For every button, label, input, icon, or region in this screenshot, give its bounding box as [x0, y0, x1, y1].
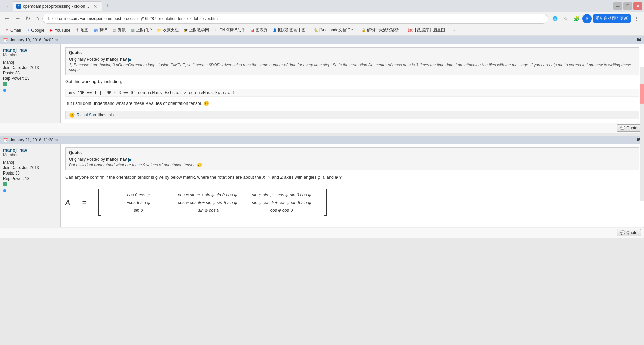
matrix-display: A = cos θ cos ψ cos φ sin ψ + sin [65, 187, 639, 217]
post-5-user-sidebar: manoj_nav Member Manoj Join Date: Jun 20… [0, 144, 61, 228]
post-5-quote-author: manoj_nav [106, 157, 127, 161]
post-5-originally-posted: Originally Posted by [69, 157, 105, 161]
scrollbar-thumb[interactable] [640, 84, 644, 104]
bookmark-graph[interactable]: 👤 [建模] 图论中图... [270, 27, 311, 34]
post-4-rep-bar [3, 82, 7, 86]
new-tab-button[interactable]: + [103, 1, 112, 11]
tab-title: openfoam post-processing - cfd-online... [23, 4, 90, 9]
menu-button[interactable]: ⋮ [632, 14, 641, 23]
tab-close-button[interactable]: ✕ [93, 4, 98, 9]
home-button[interactable]: ⌂ [34, 14, 40, 23]
graph-icon: 👤 [272, 28, 277, 33]
bookmark-favorites[interactable]: 📁 收藏夹栏 [155, 27, 181, 34]
post-5-z-axis: Z [280, 175, 283, 180]
bookmark-google[interactable]: G Google [23, 27, 46, 33]
post-4-display-name: Manoj [3, 60, 58, 65]
bookmark-translate[interactable]: 翻 翻译 [91, 27, 109, 34]
post-4-date: January 19, 2016, 04:02 [10, 38, 53, 42]
scrollbar[interactable] [640, 67, 644, 201]
bookmark-cnki[interactable]: C CNKI翻译助手 [212, 27, 247, 34]
refresh-button[interactable]: ↻ [24, 14, 32, 24]
address-bar[interactable]: ⚠ [42, 14, 548, 24]
post-5-username[interactable]: manoj_nav [3, 147, 58, 153]
post-4-likes: 🌞 Richal Sun likes this. [65, 111, 639, 119]
post-5-quote-arrow[interactable]: ▶ [128, 157, 132, 162]
bookmark-unlock[interactable]: 🔓 解锁一大波张姿势... [359, 27, 404, 34]
bookmark-gmail[interactable]: M Gmail [3, 27, 23, 33]
post-5-header: 📅 January 21, 2016, 11:38 ✏ #5 [0, 136, 644, 144]
unlock-icon: 🔓 [361, 28, 366, 33]
matrix-left-bracket-icon [95, 187, 102, 217]
bookmark-youtube[interactable]: ▶ YouTube [47, 27, 72, 33]
bookmark-anaconda[interactable]: 🐍 [Anaconda文档]Ge... [312, 27, 359, 34]
matrix-cell-22: cos φ cos ψ − sin φ sin θ sin ψ [174, 200, 241, 205]
post-4-main: Quote: Originally Posted by manoj_nav ▶ … [61, 44, 644, 123]
youtube-icon: ▶ [49, 28, 54, 33]
bookmark-charts-label: 图表秀 [256, 27, 268, 33]
tab-favicon: C [16, 4, 21, 9]
tab-list-button[interactable]: ⌄ [2, 1, 11, 11]
navigation-bar: ← → ↻ ⌂ ⚠ 🌐 ☆ 🧩 S 重新启动即可更新 ⋮ [0, 12, 644, 25]
post-4-body: manoj_nav Member Manoj Join Date: Jun 20… [0, 44, 644, 123]
profile-button[interactable]: S [582, 14, 592, 23]
bookmark-charts[interactable]: 📊 图表秀 [248, 27, 270, 34]
url-input[interactable] [52, 16, 544, 21]
bookmark-edu[interactable]: 🎓 上财教学网 [181, 27, 211, 34]
bookmark-google-label: Google [31, 28, 44, 33]
extensions-button[interactable]: 🧩 [572, 14, 581, 23]
active-tab[interactable]: C openfoam post-processing - cfd-online.… [13, 1, 102, 11]
nav-tools: 🌐 ☆ 🧩 S 重新启动即可更新 ⋮ [550, 14, 641, 23]
post-5-quote-button[interactable]: 💬 Quote [617, 229, 641, 236]
matrix-cell-33: cos φ cos θ [243, 208, 320, 213]
back-button[interactable]: ← [3, 14, 11, 23]
post-4-quote: Quote: Originally Posted by manoj_nav ▶ … [65, 47, 639, 75]
post-5-join-date: Join Date: Jun 2013 [3, 165, 58, 170]
matrix-cell-23: sin φ cos ψ + cos φ sin θ sin ψ [243, 200, 320, 205]
bookmark-news[interactable]: 📰 资讯 [110, 27, 128, 34]
matrix-letter-A: A [65, 199, 70, 206]
translate-button[interactable]: 🌐 [550, 14, 560, 23]
post-5-quote: Quote: Originally Posted by manoj_nav ▶ … [65, 147, 639, 170]
update-button[interactable]: 重新启动即可更新 [593, 14, 631, 23]
post-4-username[interactable]: manoj_nav [3, 47, 58, 53]
close-button[interactable]: ✕ [633, 2, 642, 10]
post-4-quote-arrow[interactable]: ▶ [128, 57, 132, 62]
matrix-right-bracket-icon [323, 187, 329, 217]
bookmark-youtube-label: YouTube [55, 28, 70, 33]
anaconda-icon: 🐍 [314, 28, 318, 33]
maximize-button[interactable]: ❐ [623, 2, 632, 10]
browser-chrome: ⌄ C openfoam post-processing - cfd-onlin… [0, 0, 644, 36]
post-4-quote-text: 1) Because I am having 3 nOuterCorrector… [69, 63, 635, 72]
post-5-psi: ψ [335, 175, 338, 180]
posts-separator [0, 133, 644, 136]
bookmark-database[interactable]: 【数 【数据库】启显图... [405, 27, 450, 34]
post-4-likes-user[interactable]: Richal Sun [77, 113, 96, 117]
bookmark-maps[interactable]: 📍 地图 [73, 27, 91, 34]
post-5-quote-label: Quote: [69, 150, 635, 155]
post-4-user-sidebar: manoj_nav Member Manoj Join Date: Jun 20… [0, 44, 61, 123]
post-4-posts: Posts: 38 [3, 71, 58, 75]
bookmark-edu-label: 上财教学网 [189, 27, 209, 33]
forward-button[interactable]: → [13, 14, 22, 23]
cnki-icon: C [214, 28, 218, 33]
post-4-quote-button[interactable]: 💬 Quote [617, 124, 641, 132]
bookmark-portal[interactable]: 🏢 上财门户 [128, 27, 154, 34]
post-5-text-1: Can anyone confirm if the orientation te… [65, 174, 639, 181]
post-5-theta: θ [323, 175, 325, 180]
bookmark-button[interactable]: ☆ [561, 14, 570, 23]
bookmark-maps-label: 地图 [81, 27, 89, 33]
maps-icon: 📍 [75, 28, 80, 33]
post-4: 📅 January 19, 2016, 04:02 ✏ #4 manoj_nav… [0, 36, 644, 133]
matrix-brackets: cos θ cos ψ cos φ sin ψ + sin φ sin θ co… [95, 187, 329, 217]
bookmark-more[interactable]: » [451, 27, 457, 33]
minimize-button[interactable]: — [613, 2, 622, 10]
post-4-originally-posted: Originally Posted by [69, 57, 105, 62]
bookmark-portal-label: 上财门户 [136, 27, 152, 33]
bookmark-database-label: 【数据库】启显图... [413, 27, 448, 33]
title-bar: ⌄ C openfoam post-processing - cfd-onlin… [0, 0, 644, 12]
post-5-y-axis: Y [268, 175, 271, 180]
news-icon: 📰 [112, 28, 117, 33]
post-5-rep-bar [3, 182, 7, 186]
post-5-body: manoj_nav Member Manoj Join Date: Jun 20… [0, 144, 644, 228]
translate-icon-bm: 翻 [93, 28, 98, 33]
